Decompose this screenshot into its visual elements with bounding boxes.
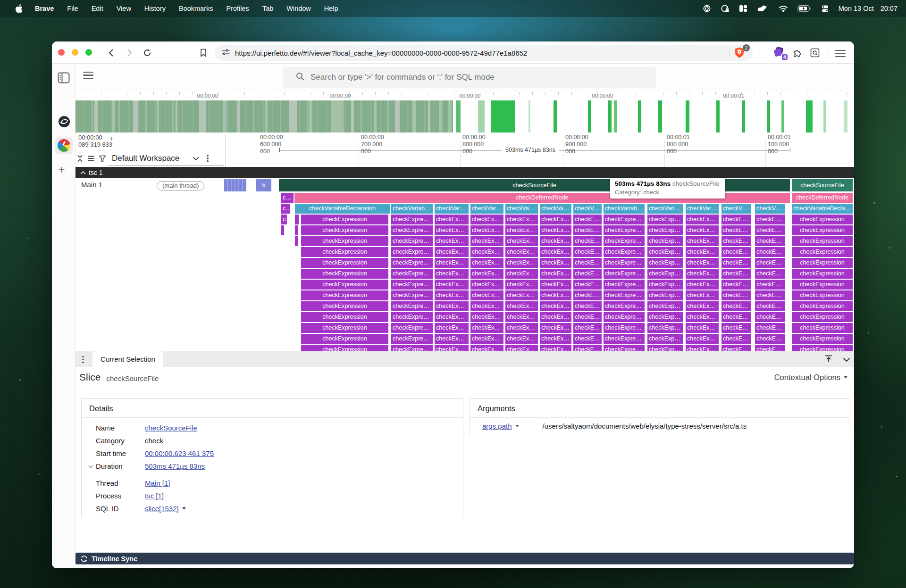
flame-slice[interactable]: checkExpression — [391, 345, 433, 351]
flame-slice[interactable]: checkExpression — [755, 280, 785, 290]
flame-slice[interactable]: checkExpression — [647, 280, 683, 290]
flame-slice[interactable]: checkExpression — [573, 215, 602, 224]
menu-help[interactable]: Help — [318, 5, 345, 12]
flame-slice[interactable]: checkExpression — [604, 269, 645, 279]
flame-slice[interactable]: checkExpression — [470, 247, 503, 257]
flame-slice[interactable]: checkExpression — [792, 215, 853, 224]
flame-slice[interactable]: checkSourceFile — [792, 179, 853, 191]
screen-lock-icon[interactable] — [721, 4, 730, 13]
flame-slice[interactable]: checkExpression — [792, 225, 853, 235]
flame-slice[interactable]: checkExpression — [647, 334, 683, 344]
flame-slice[interactable]: checkExpression — [301, 345, 388, 351]
flame-slice[interactable]: checkExpression — [604, 312, 645, 322]
flame-slice[interactable]: checkExpression — [792, 236, 853, 246]
flame-slice[interactable]: checkExpression — [792, 269, 853, 279]
flame-slice[interactable]: checkExpression — [505, 247, 538, 257]
flame-slice[interactable]: checkExpression — [540, 258, 571, 268]
flame-slice[interactable]: checkExpression — [755, 301, 785, 311]
flame-slice[interactable]: checkExpression — [301, 269, 388, 279]
flame-slice[interactable]: checkExpression — [540, 301, 571, 311]
flame-slice[interactable]: checkExpression — [391, 215, 433, 224]
flame-slice[interactable]: checkExpression — [647, 312, 683, 322]
flame-slice[interactable]: checkExpression — [721, 312, 751, 322]
flame-slice[interactable]: checkExpression — [573, 280, 602, 290]
flame-slice[interactable]: checkExpression — [470, 258, 503, 268]
battery-icon[interactable] — [797, 5, 812, 12]
workspace-selector[interactable]: Default Workspace — [112, 154, 179, 163]
flame-slice[interactable]: checkExpression — [540, 247, 571, 257]
flame-slice[interactable]: checkExpression — [755, 323, 785, 333]
flame-slice[interactable]: checkExpression — [573, 312, 602, 322]
flame-slice[interactable]: checkExpression — [647, 323, 683, 333]
detail-value[interactable]: 00:00:00.623 461 375 — [145, 449, 214, 457]
flame-slice[interactable]: checkExpression — [721, 334, 751, 344]
flame-slice[interactable]: checkExpression — [435, 258, 469, 268]
flame-slice[interactable]: checkExpression — [573, 301, 602, 311]
flame-slice[interactable]: checkExpression — [435, 225, 469, 235]
tab-current-selection[interactable]: Current Selection — [92, 351, 163, 367]
flame-slice[interactable]: checkExpression — [505, 269, 538, 279]
flame-slice[interactable]: checkExpression — [505, 290, 538, 300]
flame-slice[interactable]: checkExpression — [301, 290, 388, 300]
zoom-window-button[interactable] — [85, 49, 92, 56]
flame-slice[interactable]: checkExpression — [540, 312, 571, 322]
flame-slice[interactable]: checkExpression — [573, 225, 602, 235]
flame-slice[interactable]: checkExpression — [755, 269, 785, 279]
flame-slice[interactable]: checkExpression — [435, 280, 469, 290]
wifi-icon[interactable] — [779, 5, 788, 12]
flame-slice[interactable]: checkExpression — [686, 345, 719, 351]
flame-slice[interactable]: checkExpression — [686, 323, 719, 333]
flame-slice[interactable]: checkExpression — [755, 247, 785, 257]
flame-slice[interactable]: checkExpression — [391, 247, 433, 257]
flame-slice[interactable]: checkExpression — [301, 247, 388, 257]
flame-slice[interactable]: checkExpression — [391, 225, 433, 235]
flame-slice[interactable]: checkDeferredNode — [792, 193, 853, 203]
flame-slice[interactable]: checkExpression — [301, 258, 388, 268]
extensions-icon[interactable] — [792, 48, 802, 60]
window-tiles-icon[interactable] — [739, 5, 747, 12]
flame-slice[interactable]: checkExpression — [686, 334, 719, 344]
flame-slice[interactable]: checkExpression — [391, 269, 433, 279]
url-bar[interactable]: https://ui.perfetto.dev/#!/viewer?local_… — [215, 45, 753, 61]
flame-slice[interactable] — [224, 179, 246, 191]
flame-slice[interactable]: checkExpression — [792, 247, 853, 257]
flame-slice[interactable]: checkVariableDeclaration — [721, 204, 751, 214]
flame-slice[interactable]: checkExpression — [755, 290, 785, 300]
flame-slice[interactable]: checkExpression — [647, 269, 683, 279]
flame-slice[interactable]: checkExpression — [505, 312, 538, 322]
apple-menu-icon[interactable] — [8, 4, 28, 13]
menu-bookmarks[interactable]: Bookmarks — [172, 5, 220, 12]
flame-slice[interactable]: c — [281, 215, 287, 224]
flame-slice[interactable]: checkExpression — [647, 236, 683, 246]
flame-slice[interactable]: checkExpression — [470, 236, 503, 246]
flame-slice[interactable]: checkExpression — [686, 301, 719, 311]
flame-slice[interactable]: checkExpression — [540, 236, 571, 246]
flame-slice[interactable]: checkExpression — [792, 323, 853, 333]
flame-slice[interactable]: checkExpression — [505, 236, 538, 246]
flame-slice[interactable]: checkExpression — [792, 345, 853, 351]
unfold-less-icon[interactable] — [76, 155, 84, 162]
menu-file[interactable]: File — [60, 5, 84, 12]
flame-slice[interactable]: checkExpression — [755, 312, 785, 322]
flame-slice[interactable]: checkExpression — [505, 323, 538, 333]
flame-slice[interactable]: checkExpression — [721, 258, 751, 268]
flame-slice[interactable]: checkExpression — [647, 247, 683, 257]
flame-slice[interactable]: checkExpression — [721, 290, 751, 300]
menu-profiles[interactable]: Profiles — [220, 5, 256, 12]
flame-slice[interactable]: checkVariableDeclaration — [470, 204, 503, 214]
flame-slice[interactable]: checkExpression — [391, 290, 433, 300]
filter-icon[interactable] — [99, 155, 106, 162]
flame-slice[interactable]: checkExpression — [647, 215, 683, 224]
flame-slice[interactable] — [281, 225, 284, 235]
flame-slice[interactable]: checkExpression — [435, 236, 469, 246]
sidebar-search-icon[interactable] — [810, 48, 820, 60]
flame-slice[interactable]: checkExpression — [540, 334, 571, 344]
flame-slice[interactable]: checkExpression — [755, 345, 785, 351]
flame-slice[interactable]: checkExpression — [792, 280, 853, 290]
flame-slice[interactable]: checkExpression — [540, 269, 571, 279]
flame-slice[interactable]: checkExpression — [573, 236, 602, 246]
flame-slice[interactable]: checkExpression — [505, 301, 538, 311]
flame-slice[interactable]: checkExpression — [435, 312, 469, 322]
track-group-tsc[interactable]: tsc 1 — [76, 167, 854, 178]
flame-slice[interactable]: checkExpression — [301, 225, 388, 235]
